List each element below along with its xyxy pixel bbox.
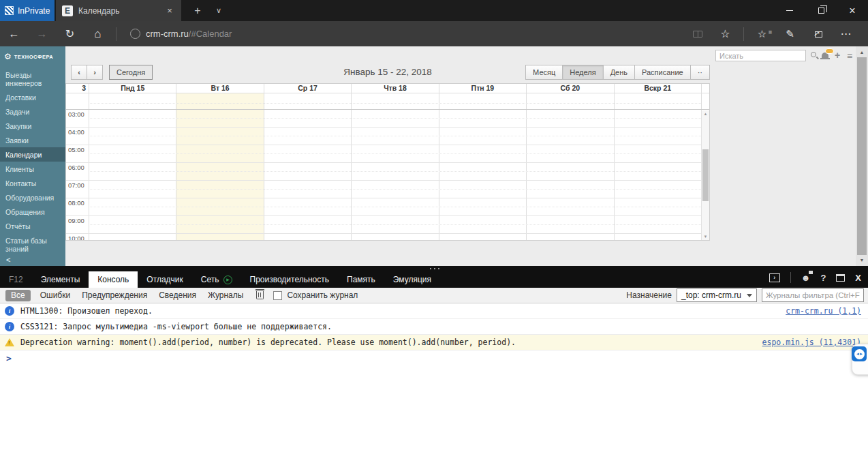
message-source-link[interactable]: crm-crm.ru (1,1)	[786, 306, 861, 316]
time-cell[interactable]	[527, 128, 614, 145]
time-cell[interactable]	[439, 145, 527, 162]
sidebar-item[interactable]: Отчёты	[0, 219, 65, 233]
time-cell[interactable]	[264, 234, 352, 240]
time-cell[interactable]	[176, 110, 264, 127]
close-window-button[interactable]	[837, 0, 868, 21]
sidebar-item[interactable]: Задачи	[0, 104, 65, 119]
sidebar-item[interactable]: Календари	[0, 147, 65, 162]
time-cell[interactable]	[352, 110, 439, 127]
time-cell[interactable]	[527, 216, 614, 233]
devtools-tab[interactable]: Эмуляция	[384, 271, 440, 288]
time-cell[interactable]	[615, 181, 702, 198]
browser-tab[interactable]: E Календарь	[56, 0, 181, 21]
allday-cell[interactable]	[527, 93, 614, 109]
time-cell[interactable]	[89, 145, 176, 162]
more-actions-icon[interactable]	[832, 27, 860, 40]
allday-cell[interactable]	[176, 93, 264, 109]
preserve-log-checkbox[interactable]	[273, 291, 282, 300]
view-button[interactable]: ··	[690, 65, 710, 80]
message-source-link[interactable]: espo.min.js (11,4301)	[762, 338, 861, 347]
unpin-devtools-icon[interactable]	[836, 274, 845, 282]
devtools-tab[interactable]: Производительность	[241, 271, 338, 288]
tab-list-icon[interactable]	[208, 0, 229, 21]
search-input[interactable]	[715, 50, 806, 61]
sidebar-collapse-icon[interactable]: <	[6, 256, 10, 264]
time-cell[interactable]	[176, 234, 264, 240]
console-input-row[interactable]: >	[0, 350, 868, 366]
sidebar-item[interactable]: Оборудования	[0, 190, 65, 205]
time-cell[interactable]	[527, 145, 614, 162]
sidebar-item[interactable]: Статьи базы знаний	[0, 233, 65, 256]
time-cell[interactable]	[264, 110, 352, 127]
close-devtools-icon[interactable]	[855, 273, 861, 283]
share-icon[interactable]	[804, 28, 832, 40]
time-cell[interactable]	[352, 163, 439, 180]
scroll-down-icon[interactable]	[702, 235, 709, 239]
web-note-icon[interactable]	[776, 28, 804, 40]
time-cell[interactable]	[615, 234, 702, 240]
page-scrollbar-thumb[interactable]	[857, 57, 867, 255]
time-cell[interactable]	[89, 163, 176, 180]
forward-icon[interactable]	[28, 28, 56, 40]
sidebar-item[interactable]: Заявки	[0, 133, 65, 147]
time-cell[interactable]	[176, 181, 264, 198]
time-cell[interactable]	[527, 163, 614, 180]
sidebar-item[interactable]: Клиенты	[0, 162, 65, 176]
time-cell[interactable]	[264, 216, 352, 233]
view-button[interactable]: Расписание	[634, 65, 691, 80]
time-cell[interactable]	[352, 181, 439, 198]
time-cell[interactable]	[89, 216, 176, 233]
console-filter-button[interactable]: Предупреждения	[82, 290, 147, 300]
app-menu-icon[interactable]	[847, 50, 852, 61]
console-filter-button[interactable]: Журналы	[208, 290, 243, 300]
time-cell[interactable]	[352, 216, 439, 233]
time-cell[interactable]	[439, 110, 527, 127]
time-cell[interactable]	[615, 128, 702, 145]
scrollbar-thumb[interactable]	[702, 149, 709, 201]
allday-cell[interactable]	[89, 93, 176, 109]
time-cell[interactable]	[527, 181, 614, 198]
time-cell[interactable]	[615, 145, 702, 162]
time-cell[interactable]	[264, 181, 352, 198]
time-cell[interactable]	[176, 128, 264, 145]
splitter-handle[interactable]	[434, 268, 435, 269]
view-button[interactable]: Неделя	[562, 65, 603, 80]
show-console-icon[interactable]	[769, 273, 780, 282]
time-cell[interactable]	[352, 198, 439, 215]
console-filter-button[interactable]: Ошибки	[40, 290, 71, 300]
hub-icon[interactable]	[748, 28, 776, 40]
search-icon[interactable]	[811, 52, 816, 57]
time-cell[interactable]	[527, 198, 614, 215]
time-cell[interactable]	[352, 145, 439, 162]
time-cell[interactable]	[439, 198, 527, 215]
time-cell[interactable]	[527, 110, 614, 127]
restore-button[interactable]	[805, 0, 837, 21]
devtools-tab[interactable]: Отладчик	[138, 271, 191, 288]
time-cell[interactable]	[439, 216, 527, 233]
sidebar-item[interactable]: Выезды инженеров	[0, 68, 65, 90]
allday-cell[interactable]	[264, 93, 352, 109]
time-cell[interactable]	[527, 234, 614, 240]
sidebar-item[interactable]: Обращения	[0, 205, 65, 219]
devtools-tab[interactable]: F12	[0, 271, 32, 288]
page-scroll-down-icon[interactable]	[856, 258, 868, 263]
time-cell[interactable]	[264, 145, 352, 162]
time-cell[interactable]	[439, 163, 527, 180]
time-cell[interactable]	[615, 198, 702, 215]
page-info-icon[interactable]	[130, 29, 140, 39]
time-cell[interactable]	[264, 198, 352, 215]
time-cell[interactable]	[89, 234, 176, 240]
time-cell[interactable]	[439, 128, 527, 145]
calendar-scrollbar[interactable]	[701, 110, 709, 240]
help-icon[interactable]	[820, 273, 826, 283]
page-scroll-up-icon[interactable]	[856, 50, 868, 55]
sidebar-item[interactable]: Контакты	[0, 176, 65, 190]
time-cell[interactable]	[352, 234, 439, 240]
address-bar[interactable]: crm-crm.ru/#Calendar	[146, 29, 232, 39]
console-filter-input[interactable]	[762, 288, 864, 302]
view-button[interactable]: День	[603, 65, 635, 80]
refresh-icon[interactable]	[56, 27, 84, 40]
devtools-tab[interactable]: Элементы	[32, 271, 89, 288]
time-cell[interactable]	[615, 216, 702, 233]
quick-create-icon[interactable]	[835, 50, 840, 61]
